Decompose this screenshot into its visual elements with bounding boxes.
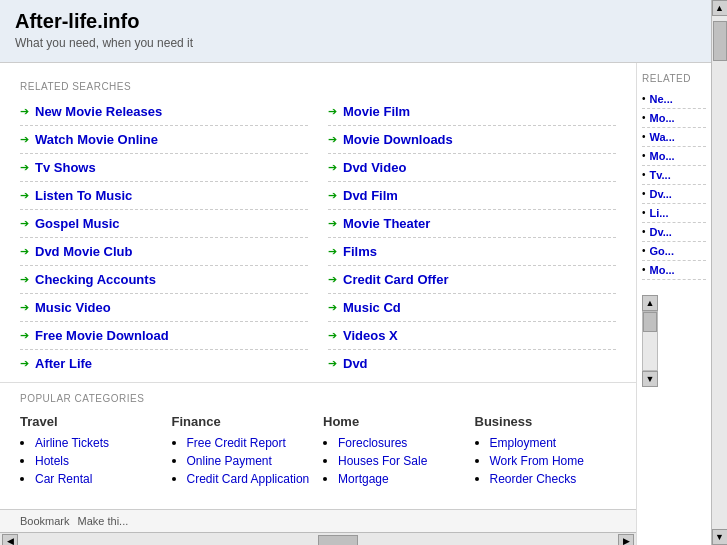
site-subtitle: What you need, when you need it xyxy=(15,36,696,50)
link-dvd-movie-club[interactable]: Dvd Movie Club xyxy=(35,244,133,259)
sidebar-link-8[interactable]: Dv... xyxy=(650,226,672,238)
list-item: • Go... xyxy=(642,242,706,261)
cat-link-car-rental[interactable]: Car Rental xyxy=(35,472,92,486)
bookmark-bar: Bookmark Make thi... xyxy=(0,509,636,532)
list-item: ➔ Movie Downloads xyxy=(328,126,616,154)
arrow-icon: ➔ xyxy=(20,105,29,118)
link-new-movie-releases[interactable]: New Movie Releases xyxy=(35,104,162,119)
arrow-icon: ➔ xyxy=(20,329,29,342)
sidebar-link-1[interactable]: Ne... xyxy=(650,93,673,105)
arrow-icon: ➔ xyxy=(328,133,337,146)
bullet-icon: • xyxy=(642,150,646,161)
bullet-icon: • xyxy=(642,131,646,142)
cat-link-hotels[interactable]: Hotels xyxy=(35,454,69,468)
bullet-icon: • xyxy=(642,226,646,237)
main-vertical-scrollbar[interactable]: ▲ ▼ xyxy=(711,0,727,545)
scroll-left-button[interactable]: ◀ xyxy=(2,534,18,546)
list-item: ➔ Movie Theater xyxy=(328,210,616,238)
scroll-right-button[interactable]: ▶ xyxy=(618,534,634,546)
cat-link-employment[interactable]: Employment xyxy=(490,436,557,450)
link-dvd-video[interactable]: Dvd Video xyxy=(343,160,406,175)
sidebar-link-2[interactable]: Mo... xyxy=(650,112,675,124)
bookmark-text: Bookmark xyxy=(20,515,70,527)
main-scroll-down-button[interactable]: ▼ xyxy=(712,529,728,545)
cat-link-mortgage[interactable]: Mortgage xyxy=(338,472,389,486)
link-gospel-music[interactable]: Gospel Music xyxy=(35,216,120,231)
link-checking-accounts[interactable]: Checking Accounts xyxy=(35,272,156,287)
scroll-up-button[interactable]: ▲ xyxy=(642,295,658,311)
list-item: ➔ Free Movie Download xyxy=(20,322,308,350)
link-after-life[interactable]: After Life xyxy=(35,356,92,371)
category-travel: Travel Airline Tickets Hotels Car Rental xyxy=(20,414,162,489)
category-home-title: Home xyxy=(323,414,465,429)
sidebar-link-9[interactable]: Go... xyxy=(650,245,674,257)
list-item: ➔ Music Cd xyxy=(328,294,616,322)
cat-link-online-payment[interactable]: Online Payment xyxy=(187,454,272,468)
cat-link-airline-tickets[interactable]: Airline Tickets xyxy=(35,436,109,450)
list-item: ➔ New Movie Releases xyxy=(20,98,308,126)
sidebar-link-7[interactable]: Li... xyxy=(650,207,669,219)
sidebar-scrollbar[interactable]: ▲ ▼ xyxy=(642,295,706,387)
cat-link-houses-for-sale[interactable]: Houses For Sale xyxy=(338,454,427,468)
right-sidebar: RELATED • Ne... • Mo... • Wa... • Mo... xyxy=(636,63,711,545)
related-searches-label: RELATED SEARCHES xyxy=(0,73,636,98)
link-listen-to-music[interactable]: Listen To Music xyxy=(35,188,132,203)
cat-link-foreclosures[interactable]: Foreclosures xyxy=(338,436,407,450)
link-movie-downloads[interactable]: Movie Downloads xyxy=(343,132,453,147)
link-movie-film[interactable]: Movie Film xyxy=(343,104,410,119)
arrow-icon: ➔ xyxy=(20,245,29,258)
sidebar-related-label: RELATED xyxy=(642,73,706,84)
scroll-track-v[interactable] xyxy=(642,311,658,371)
list-item: ➔ Music Video xyxy=(20,294,308,322)
arrow-icon: ➔ xyxy=(328,161,337,174)
sidebar-link-10[interactable]: Mo... xyxy=(650,264,675,276)
list-item: • Mo... xyxy=(642,109,706,128)
link-credit-card-offer[interactable]: Credit Card Offer xyxy=(343,272,448,287)
arrow-icon: ➔ xyxy=(328,189,337,202)
scroll-track-h[interactable] xyxy=(18,534,618,546)
bullet-icon: • xyxy=(642,112,646,123)
link-dvd-film[interactable]: Dvd Film xyxy=(343,188,398,203)
list-item: ➔ Dvd Film xyxy=(328,182,616,210)
list-item: • Tv... xyxy=(642,166,706,185)
sidebar-link-3[interactable]: Wa... xyxy=(650,131,675,143)
link-music-cd[interactable]: Music Cd xyxy=(343,300,401,315)
link-videos-x[interactable]: Videos X xyxy=(343,328,398,343)
arrow-icon: ➔ xyxy=(20,217,29,230)
sidebar-link-6[interactable]: Dv... xyxy=(650,188,672,200)
categories-grid: Travel Airline Tickets Hotels Car Rental… xyxy=(20,414,616,489)
main-scroll-track[interactable] xyxy=(712,16,728,529)
arrow-icon: ➔ xyxy=(328,329,337,342)
link-films[interactable]: Films xyxy=(343,244,377,259)
sidebar-link-5[interactable]: Tv... xyxy=(650,169,671,181)
cat-link-credit-card-application[interactable]: Credit Card Application xyxy=(187,472,310,486)
site-title: After-life.info xyxy=(15,10,696,33)
list-item: ➔ Checking Accounts xyxy=(20,266,308,294)
link-free-movie-download[interactable]: Free Movie Download xyxy=(35,328,169,343)
arrow-icon: ➔ xyxy=(20,161,29,174)
scroll-down-button[interactable]: ▼ xyxy=(642,371,658,387)
horizontal-scrollbar[interactable]: ◀ ▶ xyxy=(0,532,636,545)
main-scroll-up-button[interactable]: ▲ xyxy=(712,0,728,16)
cat-link-free-credit-report[interactable]: Free Credit Report xyxy=(187,436,286,450)
list-item: • Li... xyxy=(642,204,706,223)
cat-link-work-from-home[interactable]: Work From Home xyxy=(490,454,584,468)
link-tv-shows[interactable]: Tv Shows xyxy=(35,160,96,175)
bullet-icon: • xyxy=(642,169,646,180)
category-finance: Finance Free Credit Report Online Paymen… xyxy=(172,414,314,489)
link-movie-theater[interactable]: Movie Theater xyxy=(343,216,430,231)
scroll-thumb-v[interactable] xyxy=(643,312,657,332)
links-grid: ➔ New Movie Releases ➔ Watch Movie Onlin… xyxy=(0,98,636,377)
sidebar-link-4[interactable]: Mo... xyxy=(650,150,675,162)
category-business-title: Business xyxy=(475,414,617,429)
main-scroll-thumb[interactable] xyxy=(713,21,727,61)
list-item: ➔ Listen To Music xyxy=(20,182,308,210)
arrow-icon: ➔ xyxy=(328,245,337,258)
link-dvd[interactable]: Dvd xyxy=(343,356,368,371)
link-music-video[interactable]: Music Video xyxy=(35,300,111,315)
scroll-thumb-h[interactable] xyxy=(318,535,358,546)
arrow-icon: ➔ xyxy=(20,357,29,370)
link-watch-movie-online[interactable]: Watch Movie Online xyxy=(35,132,158,147)
cat-link-reorder-checks[interactable]: Reorder Checks xyxy=(490,472,577,486)
arrow-icon: ➔ xyxy=(328,105,337,118)
